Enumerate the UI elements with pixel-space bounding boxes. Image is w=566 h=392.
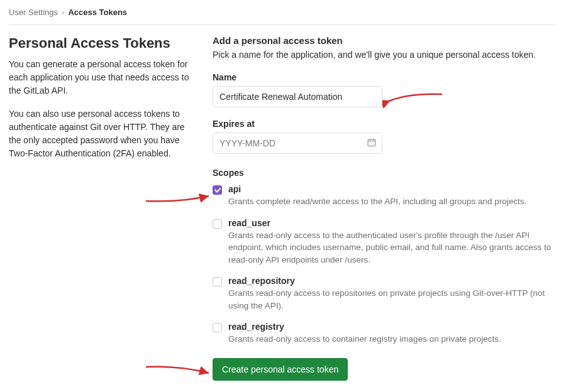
name-input[interactable] (213, 86, 382, 107)
breadcrumb-parent[interactable]: User Settings (9, 8, 58, 17)
scope-checkbox-read_registry[interactable] (213, 323, 222, 332)
scope-desc-read_repository: Grants read-only access to repositories … (228, 287, 557, 312)
scope-text-read_user: read_userGrants read-only access to the … (228, 218, 557, 266)
scope-desc-read_user: Grants read-only access to the authentic… (228, 229, 557, 266)
form-subtext: Pick a name for the application, and we'… (213, 50, 557, 60)
name-label: Name (213, 72, 557, 82)
expires-label: Expires at (213, 119, 557, 129)
scope-desc-api: Grants complete read/write access to the… (228, 195, 557, 208)
scope-name-read_repository: read_repository (228, 276, 557, 286)
scope-checkbox-read_repository[interactable] (213, 277, 222, 286)
expires-input[interactable] (213, 133, 382, 154)
breadcrumb-current: Access Tokens (68, 8, 127, 17)
scope-name-api: api (228, 184, 557, 194)
form-heading: Add a personal access token (213, 35, 557, 46)
expires-field (213, 133, 382, 154)
scope-item-read_repository: read_repositoryGrants read-only access t… (213, 276, 557, 312)
scope-text-read_repository: read_repositoryGrants read-only access t… (228, 276, 557, 312)
scope-text-read_registry: read_registryGrants read-only access to … (228, 322, 557, 346)
scope-item-read_registry: read_registryGrants read-only access to … (213, 322, 557, 346)
scope-name-read_registry: read_registry (228, 322, 557, 332)
right-column: Add a personal access token Pick a name … (213, 35, 557, 381)
scope-item-api: apiGrants complete read/write access to … (213, 184, 557, 208)
left-column: Personal Access Tokens You can generate … (9, 35, 197, 381)
page-title: Personal Access Tokens (9, 35, 197, 52)
intro-paragraph-2: You can also use personal access tokens … (9, 107, 197, 160)
scope-text-api: apiGrants complete read/write access to … (228, 184, 557, 208)
breadcrumb: User Settings › Access Tokens (9, 5, 557, 25)
breadcrumb-separator-icon: › (62, 8, 64, 17)
annotation-arrow-name (382, 90, 445, 112)
scope-item-read_user: read_userGrants read-only access to the … (213, 218, 557, 266)
scopes-label: Scopes (213, 168, 557, 178)
intro-paragraph-1: You can generate a personal access token… (9, 58, 197, 97)
settings-content: Personal Access Tokens You can generate … (9, 25, 557, 381)
scope-desc-read_registry: Grants read-only access to container reg… (228, 333, 557, 346)
create-token-button[interactable]: Create personal access token (213, 358, 348, 381)
scope-checkbox-read_user[interactable] (213, 219, 222, 229)
scope-checkbox-api[interactable] (213, 185, 222, 195)
scope-name-read_user: read_user (228, 218, 557, 228)
